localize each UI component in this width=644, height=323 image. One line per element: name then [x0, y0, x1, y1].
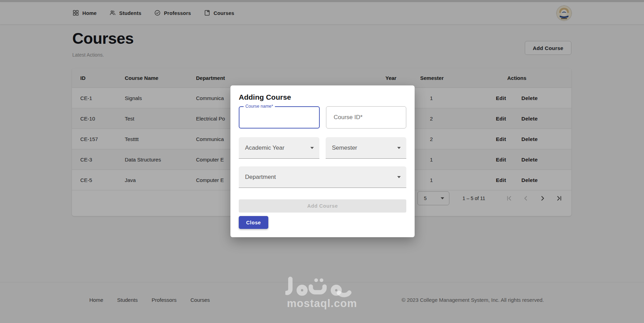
department-label: Department: [245, 174, 276, 181]
department-select[interactable]: Department: [239, 166, 406, 188]
caret-down-icon: [310, 147, 314, 149]
semester-label: Semester: [332, 144, 357, 151]
course-name-label: Course name*: [244, 104, 275, 109]
course-id-input[interactable]: [326, 114, 406, 121]
course-name-input[interactable]: [239, 107, 319, 128]
caret-down-icon: [397, 176, 401, 178]
modal-title: Adding Course: [239, 93, 406, 101]
course-name-field: Course name*: [239, 106, 320, 129]
app-root: Home Students Professors: [0, 0, 644, 323]
caret-down-icon: [397, 147, 401, 149]
modal-add-course-button[interactable]: Add Course: [239, 199, 406, 213]
academic-year-label: Academic Year: [245, 144, 284, 151]
adding-course-modal: Adding Course Course name* Academic Year…: [230, 85, 415, 237]
semester-select[interactable]: Semester: [326, 137, 406, 159]
course-id-field: [326, 106, 406, 129]
academic-year-select[interactable]: Academic Year: [239, 137, 319, 159]
modal-close-button[interactable]: Close: [239, 216, 268, 229]
